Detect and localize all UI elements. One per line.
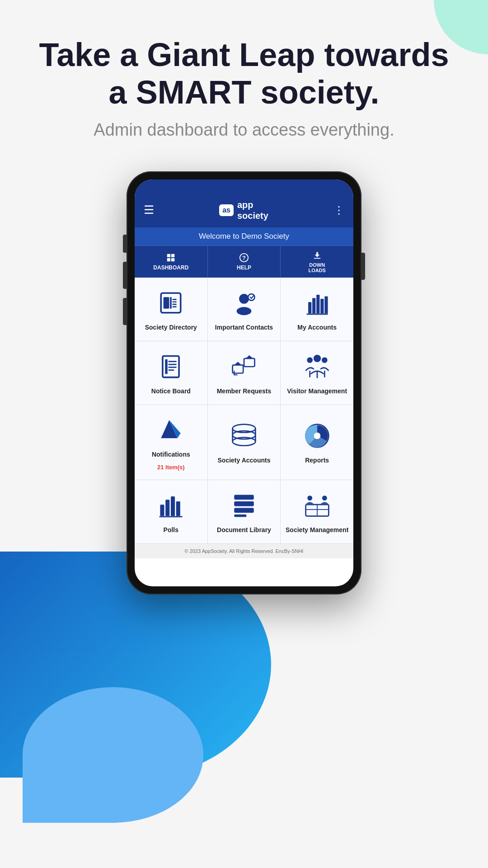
svg-rect-21 [324, 296, 328, 313]
svg-rect-9 [170, 297, 172, 308]
logo-text: app society [237, 199, 268, 221]
svg-rect-30 [244, 358, 255, 366]
member-requests-icon [231, 354, 257, 382]
my-accounts-icon [304, 290, 330, 318]
tab-help[interactable]: ? HELP [208, 246, 281, 278]
phone-frame: ☰ as app society ⋮ Welcome to Demo Socie… [127, 171, 361, 594]
svg-rect-22 [306, 313, 328, 315]
svg-rect-0 [167, 254, 170, 257]
polls-icon [158, 492, 184, 520]
grid-item-document-library[interactable]: Document Library [208, 480, 281, 543]
svg-rect-26 [169, 363, 177, 365]
grid-item-society-management[interactable]: Society Management [281, 480, 353, 543]
svg-point-33 [322, 357, 328, 363]
hamburger-icon[interactable]: ☰ [144, 203, 154, 217]
svg-rect-50 [160, 516, 183, 517]
dashboard-icon [166, 253, 176, 263]
grid-item-visitor-management[interactable]: Visitor Management [281, 341, 353, 405]
bg-blue-light [23, 687, 203, 823]
important-contacts-label: Important Contacts [215, 323, 273, 331]
svg-point-16 [248, 294, 255, 301]
svg-point-45 [314, 433, 320, 439]
svg-rect-49 [176, 501, 180, 516]
svg-point-59 [322, 495, 327, 500]
reports-icon [304, 423, 330, 451]
notice-board-label: Notice Board [151, 387, 191, 395]
svg-rect-2 [167, 258, 170, 261]
society-accounts-label: Society Accounts [218, 456, 271, 464]
app-header: ☰ as app society ⋮ [135, 193, 353, 227]
help-icon: ? [239, 253, 249, 263]
grid-item-reports[interactable]: Reports [281, 405, 353, 480]
welcome-bar: Welcome to Demo Society [135, 227, 353, 245]
society-directory-icon [158, 290, 184, 318]
app-logo: as app society [219, 199, 268, 221]
svg-rect-19 [316, 294, 319, 313]
tab-dashboard[interactable]: DASHBOARD [135, 246, 208, 278]
nav-tabs: DASHBOARD ? HELP DOWN LOADS [135, 245, 353, 278]
member-requests-label: Member Requests [217, 387, 272, 395]
svg-point-58 [307, 495, 312, 500]
headline: Take a Giant Leap towards a SMART societ… [27, 36, 461, 111]
polls-label: Polls [164, 526, 178, 534]
subheadline: Admin dashboard to access everything. [27, 120, 461, 140]
mute-button [123, 235, 127, 253]
power-button [361, 253, 365, 280]
grid-item-society-directory[interactable]: Society Directory [135, 278, 207, 341]
dashboard-grid: Society Directory Important Contacts [135, 278, 353, 543]
svg-rect-28 [169, 369, 174, 371]
svg-rect-13 [173, 306, 177, 307]
svg-rect-20 [320, 298, 324, 313]
vol-up-button [123, 262, 127, 289]
reports-label: Reports [305, 456, 329, 464]
grid-item-notice-board[interactable]: Notice Board [135, 341, 207, 405]
tab-downloads[interactable]: DOWN LOADS [281, 246, 353, 278]
svg-rect-12 [173, 303, 177, 305]
notifications-badge: 21 Item(s) [157, 464, 185, 471]
svg-rect-6 [314, 258, 320, 259]
grid-item-my-accounts[interactable]: My Accounts [281, 278, 353, 341]
svg-rect-1 [171, 254, 174, 257]
grid-item-polls[interactable]: Polls [135, 480, 207, 543]
visitor-management-label: Visitor Management [287, 387, 347, 395]
society-management-icon [304, 492, 330, 520]
document-library-icon [231, 492, 257, 520]
grid-item-member-requests[interactable]: Member Requests [208, 341, 281, 405]
svg-rect-27 [169, 367, 177, 368]
svg-rect-3 [171, 258, 174, 261]
society-management-label: Society Management [286, 526, 348, 534]
notifications-label: Notifications [152, 450, 190, 458]
document-library-label: Document Library [217, 526, 271, 534]
page-header: Take a Giant Leap towards a SMART societ… [0, 0, 488, 158]
phone-screen: ☰ as app society ⋮ Welcome to Demo Socie… [135, 179, 353, 586]
svg-rect-18 [312, 298, 315, 313]
svg-text:?: ? [242, 254, 246, 261]
grid-item-important-contacts[interactable]: Important Contacts [208, 278, 281, 341]
svg-rect-17 [308, 302, 311, 313]
svg-point-31 [307, 357, 313, 363]
svg-rect-52 [234, 501, 254, 506]
important-contacts-icon [231, 290, 257, 318]
status-bar [135, 179, 353, 193]
logo-box: as [219, 204, 234, 216]
notice-board-icon [158, 354, 184, 382]
app-footer: © 2023 AppSociety. All Rights Reserved. … [135, 543, 353, 558]
svg-rect-25 [169, 361, 177, 362]
svg-point-14 [239, 294, 249, 304]
grid-item-notifications[interactable]: Notifications 21 Item(s) [135, 405, 207, 480]
notifications-icon [158, 417, 184, 445]
svg-rect-53 [234, 508, 254, 513]
svg-rect-8 [164, 297, 169, 308]
grid-item-society-accounts[interactable]: Society Accounts [208, 405, 281, 480]
visitor-management-icon [304, 354, 330, 382]
svg-rect-24 [165, 359, 168, 374]
my-accounts-label: My Accounts [297, 323, 337, 331]
svg-rect-10 [173, 298, 177, 300]
svg-rect-48 [171, 496, 175, 516]
society-directory-label: Society Directory [145, 323, 197, 331]
phone-mockup: ☰ as app society ⋮ Welcome to Demo Socie… [0, 171, 488, 594]
svg-point-15 [237, 307, 252, 315]
more-options-icon[interactable]: ⋮ [333, 204, 344, 217]
society-accounts-icon [231, 423, 257, 451]
svg-rect-46 [160, 505, 164, 516]
